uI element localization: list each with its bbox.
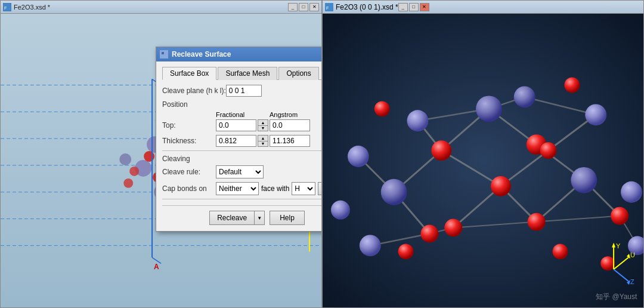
dialog-buttons-row: Recleave ▼ Help [162, 205, 322, 225]
svg-point-74 [553, 244, 568, 259]
svg-point-55 [476, 96, 502, 122]
svg-point-65 [431, 140, 451, 161]
top-fractional-up[interactable]: ▲ [258, 119, 268, 126]
recleave-button-group: Recleave ▼ [209, 211, 265, 225]
section-divider-2 [162, 199, 322, 199]
recleave-dropdown-button[interactable]: ▼ [255, 211, 265, 225]
svg-point-75 [600, 256, 615, 270]
right-window-title: Fe2O3 (0 0 1).xsd * [336, 3, 398, 11]
cap-bonds-select[interactable]: Neither [216, 182, 259, 195]
section-divider-1 [162, 150, 322, 151]
dialog-icon [160, 50, 168, 58]
left-window: F Fe2O3.xsd * _ □ ✕ [0, 0, 322, 308]
svg-point-59 [514, 87, 535, 108]
dialog-body: Surface Box Surface Mesh Options Cleave … [156, 61, 322, 231]
dialog-tabs: Surface Box Surface Mesh Options [162, 66, 322, 80]
top-angstrom-input[interactable] [270, 119, 310, 131]
svg-point-25 [123, 178, 133, 188]
face-with-select-wrapper: H [292, 182, 315, 195]
right-title-bar: F Fe2O3 (0 0 1).xsd * _ □ ✕ [323, 1, 643, 14]
cap-bonds-label: Cap bonds on [162, 184, 216, 193]
svg-point-71 [528, 213, 546, 231]
right-window-icon: F [325, 3, 333, 11]
svg-point-69 [420, 225, 438, 243]
tab-options[interactable]: Options [278, 67, 318, 80]
svg-text:U: U [630, 251, 635, 258]
svg-rect-28 [162, 52, 164, 54]
svg-point-24 [119, 153, 131, 165]
svg-rect-31 [323, 14, 643, 307]
left-window-controls: _ □ ✕ [288, 3, 319, 11]
svg-point-63 [331, 201, 350, 220]
svg-text:Y: Y [616, 242, 621, 250]
svg-point-58 [407, 110, 429, 131]
thickness-fractional-down[interactable]: ▼ [258, 141, 268, 147]
svg-point-13 [144, 151, 154, 162]
close-button[interactable]: ✕ [309, 3, 319, 11]
svg-point-54 [381, 179, 407, 205]
thickness-fractional-input[interactable] [216, 135, 256, 147]
svg-point-72 [611, 207, 628, 225]
svg-text:知乎 @Yaust: 知乎 @Yaust [596, 292, 637, 301]
face-with-label: face with [261, 184, 289, 193]
recleave-surface-dialog: Recleave Surface ✕ Surface Box Surface M… [156, 47, 322, 232]
svg-text:F: F [4, 6, 7, 10]
cleave-rule-row: Cleave rule: Default [162, 165, 322, 178]
right-maximize-button[interactable]: □ [409, 3, 419, 11]
left-title-bar: F Fe2O3.xsd * _ □ ✕ [1, 1, 321, 14]
left-content-area: A Y Recleave Surface ✕ Surface Bo [1, 14, 321, 307]
face-with-select[interactable]: H [292, 182, 315, 195]
help-button[interactable]: Help [270, 211, 305, 225]
tab-surface-mesh[interactable]: Surface Mesh [218, 67, 277, 80]
svg-point-77 [564, 78, 580, 93]
svg-point-57 [348, 146, 369, 167]
thickness-angstrom-input[interactable] [270, 135, 310, 147]
position-label: Position [162, 100, 322, 109]
cleave-rule-select[interactable]: Default [216, 165, 264, 178]
cap-bonds-select-wrapper: Neither [216, 182, 259, 195]
right-window: F Fe2O3 (0 0 1).xsd * _ □ ✕ [322, 0, 644, 308]
thickness-fractional-up[interactable]: ▲ [258, 135, 268, 141]
svg-point-76 [374, 101, 390, 116]
maximize-button[interactable]: □ [299, 3, 308, 11]
angstrom-col-header: Angstrom [270, 111, 298, 118]
cleaving-label: Cleaving [162, 155, 322, 163]
right-minimize-button[interactable]: _ [398, 3, 408, 11]
right-close-button[interactable]: ✕ [420, 3, 429, 11]
svg-point-68 [540, 142, 557, 159]
svg-point-66 [491, 176, 511, 196]
cap-bonds-row: Cap bonds on Neither face with H ... [162, 182, 322, 195]
left-window-icon: F [3, 3, 11, 11]
dialog-title-bar: Recleave Surface ✕ [156, 47, 322, 61]
svg-text:F: F [326, 6, 329, 10]
cleave-plane-input[interactable] [226, 85, 262, 97]
thickness-label: Thickness: [162, 137, 216, 145]
left-window-title: Fe2O3.xsd * [14, 4, 288, 11]
fractional-col-header: Fractional [216, 111, 270, 118]
cleave-plane-row: Cleave plane (h k l): [162, 85, 322, 97]
svg-text:Z: Z [630, 278, 634, 285]
svg-text:A: A [154, 263, 159, 271]
cleave-plane-label: Cleave plane (h k l): [162, 87, 226, 95]
svg-point-26 [129, 167, 139, 176]
right-window-controls: _ □ ✕ [398, 3, 429, 11]
minimize-button[interactable]: _ [288, 3, 298, 11]
dialog-title: Recleave Surface [172, 50, 322, 58]
ellipsis-button[interactable]: ... [318, 182, 322, 195]
svg-point-73 [398, 244, 414, 259]
top-fractional-down[interactable]: ▼ [258, 126, 268, 132]
top-row: Top: ▲ ▼ [162, 119, 322, 131]
cleave-rule-select-wrapper: Default [216, 165, 264, 178]
svg-point-61 [360, 235, 381, 256]
top-label: Top: [162, 121, 216, 130]
thickness-row: Thickness: ▲ ▼ [162, 135, 322, 147]
svg-point-60 [585, 104, 606, 125]
cleave-rule-label: Cleave rule: [162, 168, 216, 176]
svg-point-62 [621, 181, 642, 203]
right-content-area: Y U Z 知乎 @Yaust [323, 14, 643, 307]
recleave-button[interactable]: Recleave [209, 211, 255, 225]
tab-surface-box[interactable]: Surface Box [162, 67, 216, 80]
top-fractional-input[interactable] [216, 119, 256, 131]
svg-point-56 [571, 167, 597, 193]
svg-point-70 [444, 219, 462, 237]
